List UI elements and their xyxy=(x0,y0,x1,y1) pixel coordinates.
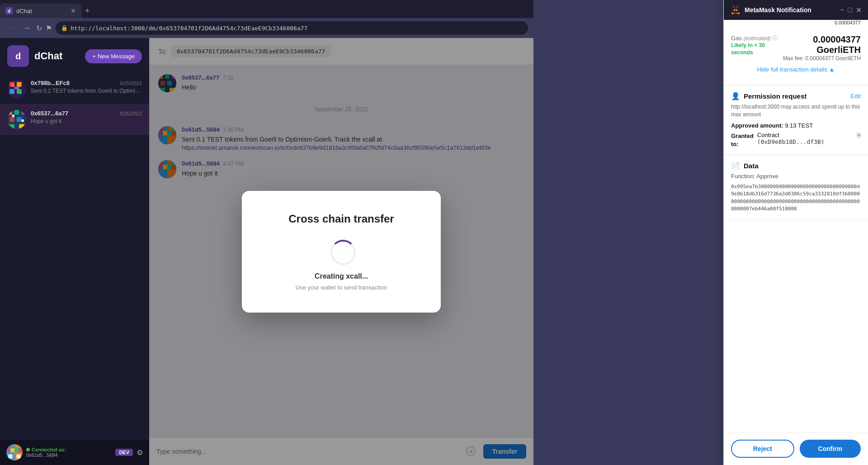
conversation-item-2[interactable]: 0x6537...6a77 9/25/2022 Hope u got it xyxy=(0,104,149,135)
hex-data: 0x095ea7b3000000000000000000000000000000… xyxy=(731,183,861,213)
svg-rect-22 xyxy=(19,444,23,448)
loading-spinner xyxy=(330,240,352,261)
bookmark-icon[interactable]: ⚑ xyxy=(46,24,52,33)
conv-date-2: 9/25/2022 xyxy=(120,111,142,117)
permission-title: Permission request xyxy=(744,92,847,100)
svg-rect-20 xyxy=(10,444,14,448)
svg-marker-66 xyxy=(733,9,736,11)
svg-rect-29 xyxy=(9,455,13,459)
conv-date-1: 9/25/2022 xyxy=(120,81,142,86)
edit-link[interactable]: Edit xyxy=(851,93,861,100)
svg-rect-10 xyxy=(14,110,19,115)
svg-marker-67 xyxy=(736,9,738,11)
svg-marker-65 xyxy=(731,12,734,14)
reject-button[interactable]: Reject xyxy=(731,440,794,458)
gas-estimated: (estimated) xyxy=(744,35,771,42)
contract-address: (0xD9e8b18D...df3B) xyxy=(757,138,854,145)
conv-address-1: 0x798b...EFc8 xyxy=(31,80,70,86)
window-controls: − □ ✕ xyxy=(840,6,862,14)
copy-icon[interactable]: ⎘ xyxy=(857,132,861,139)
svg-rect-3 xyxy=(9,89,14,94)
svg-marker-62 xyxy=(736,5,740,8)
metamask-logo xyxy=(730,5,741,15)
metamask-body: 0.00004377 Gas (estimated) ⓘ Likely in <… xyxy=(724,20,868,432)
sidebar-header: d dChat + New Message xyxy=(0,38,149,74)
tab-bar: d dChat ✕ + xyxy=(0,0,533,18)
chat-area: To: 0x653704701f2D6Ad4754c73dEaeE9Cb3346… xyxy=(149,38,533,465)
new-tab-icon[interactable]: + xyxy=(85,4,90,18)
sidebar: d dChat + New Message xyxy=(0,38,149,465)
max-fee: Max fee: 0.00004377 GoerliETH xyxy=(778,55,861,62)
metamask-footer: Reject Confirm xyxy=(724,432,868,465)
address-bar[interactable]: 🔒 http://localhost:3000/dm/0x653704701f2… xyxy=(56,21,528,35)
app-logo: d xyxy=(7,45,29,67)
confirm-button[interactable]: Confirm xyxy=(800,440,861,458)
status-info: Connected as: 0x61d5...5684 xyxy=(26,447,112,458)
svg-rect-30 xyxy=(17,455,21,459)
status-bar: Connected as: 0x61d5...5684 DEV ⚙ xyxy=(0,440,149,465)
hide-details-link[interactable]: Hide full transaction details ▲ xyxy=(731,62,861,77)
svg-rect-21 xyxy=(14,444,19,448)
svg-rect-16 xyxy=(12,115,14,117)
new-message-button[interactable]: + New Message xyxy=(85,49,142,63)
conv-avatar-2 xyxy=(7,110,26,129)
conversation-item-1[interactable]: 0x798b...EFc8 9/25/2022 Sent 0.2 TEST to… xyxy=(0,74,149,104)
browser-tab[interactable]: d dChat ✕ xyxy=(0,4,81,18)
back-button[interactable]: ← xyxy=(5,22,17,35)
svg-rect-2 xyxy=(17,82,22,87)
dev-badge: DEV xyxy=(115,449,133,456)
conv-info-2: 0x6537...6a77 9/25/2022 Hope u got it xyxy=(31,110,142,124)
metamask-panel: MetaMask Notification − □ ✕ 0.00004377 G… xyxy=(723,0,868,465)
granted-to-row: Grantedto: Contract (0xD9e8b18D...df3B) … xyxy=(731,132,861,148)
permission-section: 👤 Permission request Edit http://localho… xyxy=(724,85,868,155)
connected-address: 0x61d5...5684 xyxy=(26,452,112,458)
svg-rect-12 xyxy=(9,117,14,122)
granted-value: Contract (0xD9e8b18D...df3B) xyxy=(757,132,854,145)
data-section: 📄 Data Function: Approve 0x095ea7b300000… xyxy=(724,155,868,220)
reload-button[interactable]: ↻ xyxy=(36,24,42,33)
svg-rect-26 xyxy=(19,448,23,452)
svg-rect-17 xyxy=(22,119,24,122)
info-icon[interactable]: ⓘ xyxy=(773,34,778,42)
close-button[interactable]: ✕ xyxy=(856,6,862,14)
permission-icon: 👤 xyxy=(731,92,740,100)
connected-label: Connected as: xyxy=(26,447,112,452)
modal-overlay: Cross chain transfer Creating xcall... U… xyxy=(149,38,533,465)
svg-marker-64 xyxy=(737,12,740,14)
contract-label: Contract xyxy=(757,132,854,138)
cross-chain-modal: Cross chain transfer Creating xcall... U… xyxy=(242,191,441,313)
forward-button[interactable]: → xyxy=(21,22,33,35)
svg-rect-5 xyxy=(12,85,14,87)
approved-amount: Approved amount: 9.13 TEST xyxy=(731,122,861,129)
svg-rect-19 xyxy=(6,444,10,448)
svg-marker-63 xyxy=(731,5,735,8)
gas-section: Gas (estimated) ⓘ Likely in < 30seconds … xyxy=(724,27,868,85)
tab-close-icon[interactable]: ✕ xyxy=(71,7,76,14)
mm-small-amount: 0.00004377 xyxy=(724,20,868,27)
app-content: d dChat + New Message xyxy=(0,38,533,465)
data-title: Data xyxy=(744,162,759,170)
url-text: http://localhost:3000/dm/0x653704701f2D6… xyxy=(71,25,307,32)
svg-rect-13 xyxy=(17,117,22,122)
svg-rect-11 xyxy=(22,110,27,115)
modal-hint: Use your wallet to send transaction xyxy=(271,284,412,291)
svg-rect-25 xyxy=(14,448,19,452)
svg-rect-23 xyxy=(6,448,10,452)
maximize-button[interactable]: □ xyxy=(848,6,852,14)
svg-rect-24 xyxy=(10,448,14,452)
svg-rect-9 xyxy=(7,110,12,115)
status-avatar xyxy=(6,444,23,460)
modal-subtitle: Creating xcall... xyxy=(271,272,412,280)
app-title: dChat xyxy=(34,50,62,62)
gas-label: Gas (estimated) ⓘ xyxy=(731,34,778,42)
lock-icon: 🔒 xyxy=(61,25,68,31)
svg-rect-14 xyxy=(7,124,14,129)
settings-icon[interactable]: ⚙ xyxy=(137,448,143,457)
minimize-button[interactable]: − xyxy=(840,6,844,14)
function-label: Function: Approve xyxy=(731,173,861,180)
conv-avatar-1 xyxy=(7,80,26,99)
metamask-title: MetaMask Notification xyxy=(745,6,836,14)
conv-preview-1: Sent 0.2 TEST tokens from Goerli to Opti… xyxy=(31,88,142,94)
conversation-list: 0x798b...EFc8 9/25/2022 Sent 0.2 TEST to… xyxy=(0,74,149,440)
main-gas-amount: 0.00004377 GoerliETH xyxy=(778,34,861,55)
